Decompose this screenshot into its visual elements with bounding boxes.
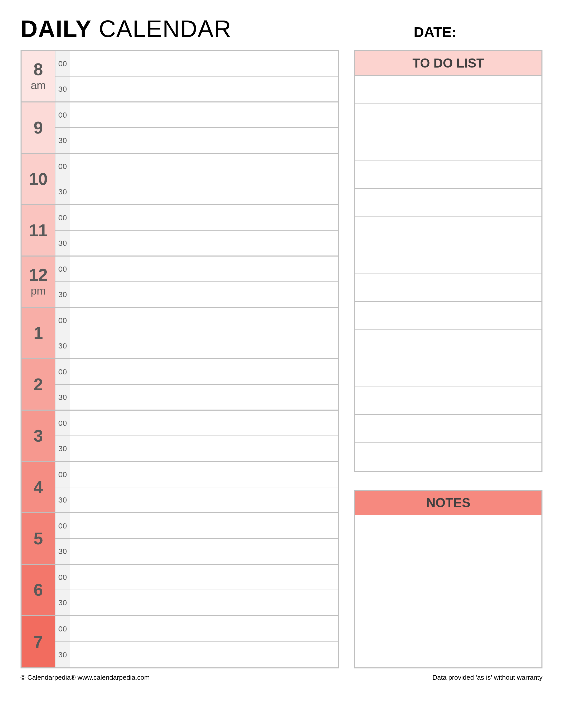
hour-cell: 11	[22, 205, 55, 256]
minute-label: 30	[55, 77, 70, 101]
minutes-column: 0030	[55, 51, 70, 101]
todo-row[interactable]	[355, 442, 541, 471]
todo-header: TO DO LIST	[355, 51, 541, 75]
schedule-entry[interactable]	[70, 385, 338, 410]
hour-number: 7	[34, 633, 43, 650]
schedule-entry[interactable]	[70, 462, 338, 487]
schedule-entry[interactable]	[70, 590, 338, 615]
hour-number: 3	[34, 427, 43, 444]
schedule-entry[interactable]	[70, 436, 338, 461]
minute-label: 00	[55, 154, 70, 179]
minute-label: 00	[55, 462, 70, 487]
minute-label: 00	[55, 616, 70, 642]
todo-row[interactable]	[355, 188, 541, 216]
hour-block: 60030	[22, 565, 338, 616]
schedule-entry[interactable]	[70, 77, 338, 101]
schedule-entry[interactable]	[70, 282, 338, 307]
hour-cell: 12pm	[22, 257, 55, 307]
minute-label: 00	[55, 513, 70, 539]
schedule-entry[interactable]	[70, 513, 338, 539]
hour-block: 40030	[22, 462, 338, 513]
todo-row[interactable]	[355, 160, 541, 188]
hour-number: 8	[34, 61, 43, 78]
hour-number: 11	[29, 222, 48, 239]
notes-header: NOTES	[355, 491, 541, 515]
todo-row[interactable]	[355, 386, 541, 414]
hour-block: 10030	[22, 308, 338, 359]
schedule-entry[interactable]	[70, 205, 338, 231]
hour-number: 6	[34, 581, 43, 598]
hour-block: 50030	[22, 513, 338, 565]
minute-label: 30	[55, 282, 70, 307]
schedule-entry[interactable]	[70, 128, 338, 153]
schedule-entry[interactable]	[70, 539, 338, 564]
minute-label: 30	[55, 590, 70, 615]
minute-label: 30	[55, 487, 70, 512]
footer-left: © Calendarpedia® www.calendarpedia.com	[21, 674, 150, 682]
hour-number: 9	[34, 119, 43, 136]
schedule-entry[interactable]	[70, 102, 338, 128]
minute-label: 30	[55, 539, 70, 564]
schedule-entry[interactable]	[70, 616, 338, 642]
schedule-entry[interactable]	[70, 411, 338, 436]
schedule-entry[interactable]	[70, 642, 338, 667]
schedule-entry[interactable]	[70, 51, 338, 77]
date-label: DATE:	[414, 24, 456, 40]
schedule-entry[interactable]	[70, 257, 338, 282]
hour-cell: 1	[22, 308, 55, 358]
schedule-entry[interactable]	[70, 179, 338, 204]
minutes-column: 0030	[55, 102, 70, 153]
todo-row[interactable]	[355, 103, 541, 132]
hour-cell: 7	[22, 616, 55, 667]
entries-column	[70, 154, 338, 204]
minute-label: 30	[55, 333, 70, 358]
content: 8am00309003010003011003012pm003010030200…	[21, 50, 542, 668]
minutes-column: 0030	[55, 411, 70, 461]
todo-row[interactable]	[355, 358, 541, 386]
hour-cell: 5	[22, 513, 55, 564]
todo-row[interactable]	[355, 414, 541, 442]
entries-column	[70, 51, 338, 101]
hour-number: 12	[29, 266, 48, 283]
page-title: DAILY CALENDAR	[21, 15, 232, 42]
notes-body[interactable]	[355, 515, 541, 667]
todo-row[interactable]	[355, 301, 541, 329]
hour-block: 8am0030	[22, 51, 338, 102]
todo-row[interactable]	[355, 132, 541, 160]
hour-cell: 8am	[22, 51, 55, 101]
schedule-entry[interactable]	[70, 333, 338, 358]
schedule-entry[interactable]	[70, 487, 338, 512]
title-bold: DAILY	[21, 16, 92, 42]
schedule-entry[interactable]	[70, 565, 338, 590]
todo-row[interactable]	[355, 216, 541, 245]
footer-right: Data provided 'as is' without warranty	[432, 674, 542, 682]
minutes-column: 0030	[55, 513, 70, 564]
hour-ampm: pm	[31, 285, 46, 297]
hour-number: 5	[34, 530, 43, 547]
entries-column	[70, 462, 338, 512]
minute-label: 30	[55, 179, 70, 204]
todo-row[interactable]	[355, 75, 541, 103]
minutes-column: 0030	[55, 565, 70, 615]
hour-cell: 9	[22, 102, 55, 153]
schedule-entry[interactable]	[70, 154, 338, 179]
todo-row[interactable]	[355, 329, 541, 358]
minutes-column: 0030	[55, 462, 70, 512]
hour-block: 30030	[22, 411, 338, 462]
schedule-entry[interactable]	[70, 359, 338, 385]
entries-column	[70, 411, 338, 461]
todo-row[interactable]	[355, 245, 541, 273]
minute-label: 00	[55, 205, 70, 231]
minutes-column: 0030	[55, 359, 70, 410]
footer: © Calendarpedia® www.calendarpedia.com D…	[21, 674, 542, 682]
schedule-entry[interactable]	[70, 308, 338, 333]
entries-column	[70, 257, 338, 307]
minutes-column: 0030	[55, 308, 70, 358]
minute-label: 30	[55, 642, 70, 667]
hour-ampm: am	[31, 79, 46, 92]
entries-column	[70, 102, 338, 153]
todo-row[interactable]	[355, 273, 541, 301]
hour-block: 70030	[22, 616, 338, 667]
hour-cell: 6	[22, 565, 55, 615]
schedule-entry[interactable]	[70, 231, 338, 256]
